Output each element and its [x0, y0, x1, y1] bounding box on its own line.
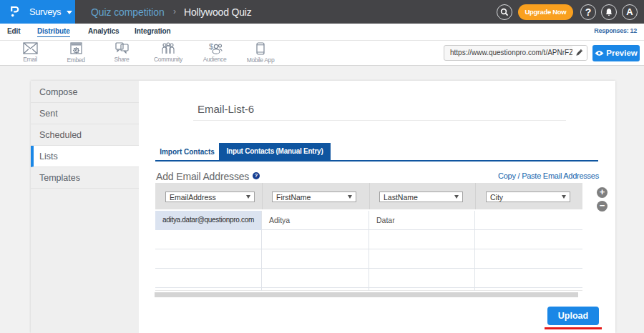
svg-text:$: $	[209, 42, 213, 51]
